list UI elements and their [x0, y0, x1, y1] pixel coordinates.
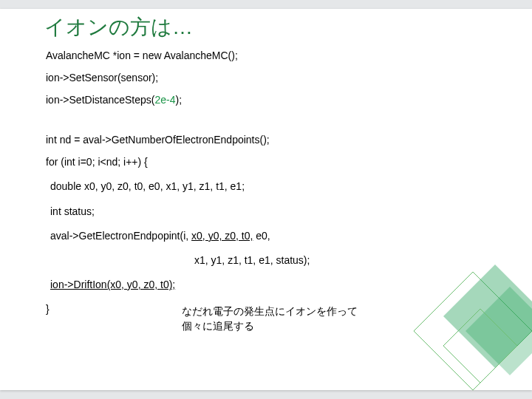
- code-line-8-pre: aval->GetElectronEndpopint(i,: [50, 230, 191, 242]
- code-line-7: int status;: [50, 205, 95, 217]
- code-line-8-post: e0,: [253, 230, 270, 242]
- code-line-3-pre: ion->SetDistanceSteps(: [46, 94, 154, 106]
- code-line-5: for (int i=0; i<nd; i++) {: [46, 156, 148, 168]
- code-line-9: ion->DriftIon(x0, y0, z0, t0);: [50, 279, 175, 290]
- code-line-4: int nd = aval->GetNumberOfElectronEndpoi…: [46, 134, 270, 146]
- note-line-2: 個々に追尾する: [182, 320, 254, 333]
- leaf-decoration-icon: [392, 250, 532, 399]
- code-line-1: AvalancheMC *ion = new AvalancheMC();: [46, 50, 238, 61]
- code-line-8b: x1, y1, z1, t1, e1, status);: [194, 254, 310, 266]
- slide-title: イオンの方は…: [44, 13, 193, 41]
- code-line-3-green: 2e-4: [154, 94, 175, 106]
- slide: イオンの方は… AvalancheMC *ion = new Avalanche…: [0, 9, 532, 390]
- code-line-8-underline: x0, y0, z0, t0,: [191, 230, 253, 242]
- code-line-3-post: );: [176, 94, 183, 106]
- code-line-3: ion->SetDistanceSteps(2e-4);: [46, 94, 182, 106]
- code-line-6: double x0, y0, z0, t0, e0, x1, y1, z1, t…: [50, 180, 245, 192]
- code-line-8: aval->GetElectronEndpopint(i, x0, y0, z0…: [50, 230, 270, 242]
- code-line-2: ion->SetSensor(sensor);: [46, 72, 158, 83]
- note-line-1: なだれ電子の発生点にイオンを作って: [182, 305, 358, 318]
- code-line-10: }: [46, 303, 50, 315]
